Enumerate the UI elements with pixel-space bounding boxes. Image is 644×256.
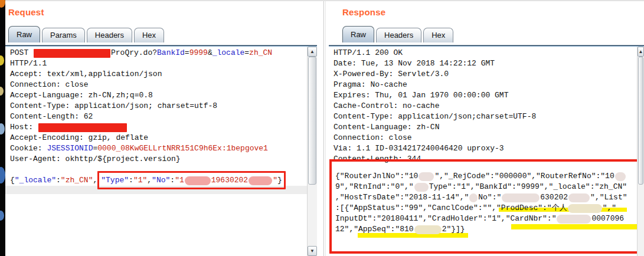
code-line: Connection: close [10, 80, 308, 90]
code-token: , [93, 176, 97, 185]
redaction-blob [502, 193, 540, 202]
desktop-icon-fragment [0, 123, 5, 134]
redaction-blob [557, 215, 591, 224]
code-token: zh_CN [249, 48, 272, 57]
code-token: POST [10, 48, 33, 57]
code-token: { [10, 176, 15, 185]
code-token: Cookie: [10, 144, 47, 153]
code-token: 12","AppSeq":"810 [335, 225, 414, 234]
code-token: "No" [152, 176, 170, 185]
code-line: Accept-Encoding: gzip, deflate [10, 133, 308, 143]
desktop-icon-fragment [0, 55, 4, 65]
code-token: "Type" [101, 176, 129, 185]
code-token: 2"}]} [442, 225, 465, 234]
code-line: Date: Tue, 13 Nov 2018 14:22:12 GMT [334, 58, 638, 69]
redaction-blob [414, 225, 442, 234]
redaction-blob [568, 193, 590, 202]
code-token: No":" [478, 193, 501, 202]
code-line: POST ProQry.do?BankId=9999&_locale=zh_CN [10, 48, 308, 58]
code-line: Via: 1.1 ID-0314217240046420 uproxy-3 [334, 143, 638, 154]
code-token: Accept-Encoding: gzip, deflate [10, 133, 148, 142]
scroll-up-icon[interactable]: ▲ [308, 47, 317, 57]
code-token: Cache-Control: no-cache [334, 101, 439, 110]
code-token: Via: 1.1 ID-0314217240046420 uproxy-3 [334, 144, 504, 153]
code-token: "1 [175, 176, 184, 185]
code-token: 9","RtnInd":"0"," [335, 182, 414, 191]
code-token: Connection: close [334, 133, 412, 142]
request-editor[interactable]: POST ProQry.do?BankId=9999&_locale=zh_CN… [5, 45, 317, 256]
tab-raw[interactable]: Raw [342, 26, 374, 42]
code-token: Accept-Language: zh-CN,zh;q=0.8 [10, 91, 153, 100]
code-line: Content-Length: 62 [10, 111, 308, 122]
scrollbar-thumb[interactable] [638, 57, 643, 185]
desktop-icon-fragment [0, 167, 5, 183]
tab-raw[interactable]: Raw [8, 26, 40, 42]
code-token: "," [603, 204, 616, 212]
code-token: Connection: close [10, 80, 89, 89]
code-token: InputDt":"20180411","CradHolder":"1","Ca… [335, 214, 556, 223]
code-token: , [147, 176, 152, 185]
code-token: Type":"1","BankId":"9999","_locale":"zh_… [429, 182, 627, 191]
code-line: Cookie: JSESSIONID=0000_08KwGELLrtNRR151… [10, 143, 308, 154]
code-token: Expires: Thu, 01 Jan 1970 00:00:00 GMT [334, 91, 508, 100]
code-token: = [244, 48, 249, 57]
response-tab-bar: RawHeadersHex [342, 26, 455, 42]
code-line: Expires: Thu, 01 Jan 1970 00:00:00 GMT [334, 90, 638, 101]
code-token: Content-Length: 62 [10, 112, 93, 121]
code-token: ProQry.do? [111, 48, 157, 57]
window-top-edge [0, 0, 644, 1]
code-token: } [277, 176, 282, 185]
code-line: ,"HostTrsDate":"2018-11-14","No":"630202… [335, 192, 640, 203]
redaction-blob [34, 49, 110, 58]
code-token: : [170, 176, 175, 185]
request-panel-title: Request [8, 7, 44, 17]
tab-headers[interactable]: Headers [376, 28, 421, 42]
code-token: 630202 [540, 193, 568, 202]
code-token: {"RouterJnlNo":"10 [335, 172, 418, 180]
panel-divider [325, 0, 326, 256]
code-line: Cache-Control: no-cache [334, 101, 638, 111]
code-line: InputDt":"20180411","CradHolder":"1","Ca… [335, 214, 640, 224]
response-scrollbar[interactable]: ▲ [637, 47, 644, 256]
code-line: X-Powered-By: Servlet/3.0 [334, 69, 638, 80]
tab-hex[interactable]: Hex [423, 28, 453, 42]
tab-params[interactable]: Params [42, 28, 85, 42]
request-scrollbar[interactable]: ▲ ▼ [307, 47, 317, 256]
code-line: {"_locale":"zh_CN","Type":"1","No":"1196… [10, 175, 308, 186]
code-token: Content-Type: application/json; charset=… [10, 101, 217, 110]
code-token: : [129, 176, 133, 185]
redaction-blob [615, 172, 626, 181]
code-token: Content-Language: zh-CN [334, 123, 439, 132]
code-token: X-Powered-By: Servlet/3.0 [334, 70, 449, 78]
code-token: ","_RejCode":"000000","RouterRefNo":"10 [434, 172, 614, 180]
code-line: Host: [10, 122, 308, 133]
scroll-down-icon[interactable]: ▼ [308, 246, 317, 256]
redaction-blob [38, 123, 127, 132]
code-line: User-Agent: okhttp/${project.version} [10, 154, 308, 165]
annotation-box-inline: "Type":"1","No":"119630202"} [97, 171, 286, 189]
code-line: Connection: close [334, 133, 638, 143]
response-panel-title: Response [342, 7, 385, 17]
code-token: & [208, 48, 213, 57]
tab-hex[interactable]: Hex [134, 28, 164, 42]
tab-headers[interactable]: Headers [87, 28, 132, 42]
code-token: ","List" [590, 193, 627, 202]
code-line: {"RouterJnlNo":"10","_RejCode":"000000",… [335, 171, 640, 182]
code-line: Content-Type: application/json; charset=… [10, 101, 308, 111]
scroll-up-icon[interactable]: ▲ [638, 47, 644, 57]
code-token: HTTP/1.1 200 OK [334, 48, 403, 57]
panel-divider [323, 0, 324, 256]
code-token: BankId [157, 48, 185, 57]
code-token: 19630202 [211, 176, 248, 185]
code-token: :[{"AppStatus":"99","CanclCode":"","Prod… [335, 204, 567, 212]
desktop-icon-fragment [0, 87, 4, 96]
redaction-blob [185, 176, 211, 185]
desktop-icon-fragment [0, 0, 5, 8]
response-editor[interactable]: HTTP/1.1 200 OKDate: Tue, 13 Nov 2018 14… [329, 45, 644, 256]
annotation-box: {"RouterJnlNo":"10","_RejCode":"000000",… [329, 159, 642, 254]
scrollbar-thumb[interactable] [308, 57, 316, 185]
code-token: ,"HostTrsDate":"2018-11-14"," [335, 193, 469, 202]
code-line: 9","RtnInd":"0","Type":"1","BankId":"999… [335, 182, 640, 192]
code-token: 0007096 [591, 214, 624, 223]
request-raw-text[interactable]: POST ProQry.do?BankId=9999&_locale=zh_CN… [5, 47, 308, 256]
